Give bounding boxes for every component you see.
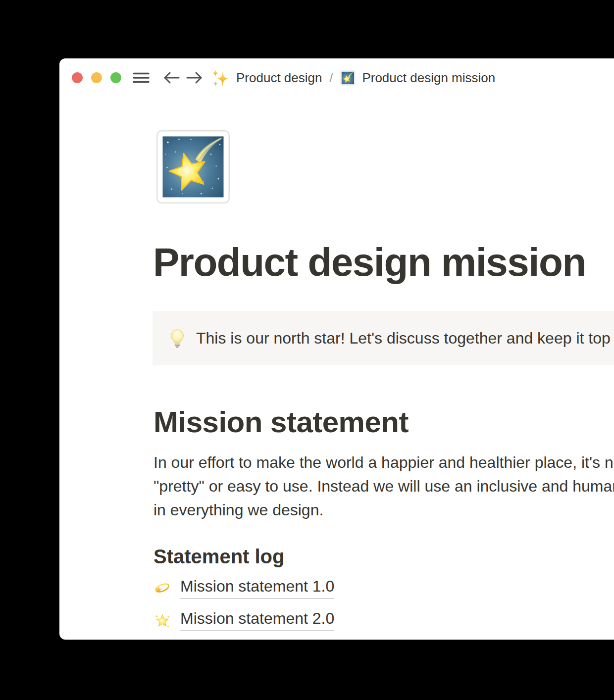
sidebar-menu-icon[interactable] <box>133 72 150 83</box>
mission-paragraph[interactable]: In our effort to make the world a happie… <box>154 450 614 522</box>
forward-arrow-icon[interactable] <box>186 71 204 85</box>
light-bulb-icon <box>167 328 187 348</box>
maximize-window-button[interactable] <box>110 72 121 83</box>
page-link-label: Mission statement 2.0 <box>180 609 334 631</box>
window-toolbar: Product design / Product design mission <box>59 58 614 97</box>
page-icon[interactable] <box>156 130 230 204</box>
paragraph-line: "pretty" or easy to use. Instead we will… <box>154 474 614 498</box>
glowing-star-icon <box>154 611 171 629</box>
page-link-mission-statement-2[interactable]: Mission statement 2.0 <box>154 608 334 632</box>
dizzy-star-icon <box>154 579 171 597</box>
paragraph-line: in everything we design. <box>154 498 614 522</box>
breadcrumb-item-current[interactable]: Product design mission <box>340 70 495 86</box>
paragraph-line: In our effort to make the world a happie… <box>154 450 614 474</box>
breadcrumb-separator: / <box>329 71 333 85</box>
breadcrumb-current-label: Product design mission <box>362 70 495 86</box>
page-link-label: Mission statement 1.0 <box>180 577 334 599</box>
back-arrow-icon[interactable] <box>162 71 180 85</box>
app-window: Product design / Product design mission … <box>59 58 614 640</box>
minimize-window-button[interactable] <box>91 72 102 83</box>
page-title[interactable]: Product design mission <box>153 243 586 282</box>
callout-text: This is our north star! Let's discuss to… <box>196 329 614 348</box>
desktop-background: Product design / Product design mission … <box>0 0 614 700</box>
breadcrumb: Product design / Product design mission <box>211 67 495 89</box>
callout-block[interactable]: This is our north star! Let's discuss to… <box>153 311 614 365</box>
breadcrumb-item-parent[interactable]: Product design <box>211 68 322 87</box>
statement-log-heading[interactable]: Statement log <box>154 545 284 568</box>
close-window-button[interactable] <box>72 72 83 83</box>
mission-statement-heading[interactable]: Mission statement <box>154 406 409 439</box>
sparkles-icon <box>211 68 230 87</box>
shooting-star-icon <box>340 70 356 86</box>
breadcrumb-parent-label: Product design <box>236 70 322 86</box>
page-link-mission-statement-1[interactable]: Mission statement 1.0 <box>154 576 334 600</box>
shooting-star-icon <box>156 130 230 204</box>
